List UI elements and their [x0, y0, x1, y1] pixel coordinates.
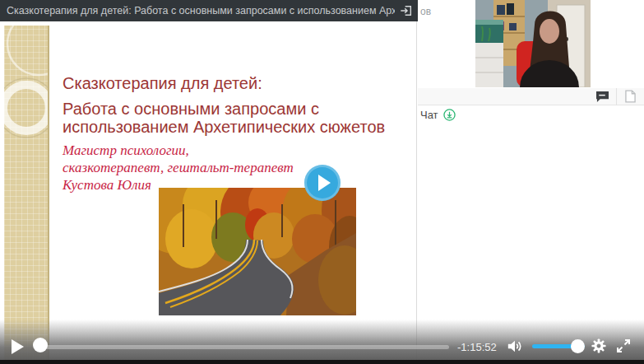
time-remaining: -1:15:52	[457, 341, 497, 353]
chat-tab-button[interactable]	[595, 91, 609, 103]
gear-icon	[591, 338, 606, 353]
chat-header: Чат	[420, 109, 456, 121]
slide-title-line: Работа с основными запросами с	[63, 100, 408, 118]
enter-arrow-icon	[400, 4, 413, 17]
presenter-webcam-video	[475, 0, 591, 87]
video-play-overlay-button[interactable]	[304, 165, 341, 201]
slide-decorative-band	[4, 26, 49, 364]
fullscreen-icon	[616, 338, 631, 353]
chat-bubble-icon	[595, 91, 609, 103]
video-player: Сказкотерапия для детей: Работа с основн…	[0, 0, 644, 364]
slide-subtitle: Магистр психологии, сказкотерапевт, гешт…	[63, 142, 408, 194]
seek-handle[interactable]	[33, 338, 48, 352]
player-bottom-strip	[0, 360, 644, 364]
presenter-scene	[475, 0, 591, 87]
open-link-button[interactable]	[400, 4, 413, 17]
slide-subtitle-line: Магистр психологии,	[63, 142, 408, 159]
player-controls: -1:15:52	[0, 320, 644, 364]
play-icon	[12, 339, 24, 354]
speaker-icon	[507, 339, 523, 353]
slide-title-line: использованием Архетипических сюжетов	[63, 118, 408, 136]
play-icon	[318, 175, 331, 191]
webinar-sidebar: Чат	[418, 0, 644, 364]
title-overflow-text: ов	[420, 6, 431, 17]
volume-button[interactable]	[507, 339, 523, 353]
chat-label: Чат	[420, 109, 438, 121]
slide-subtitle-line: сказкотерапевт, гештальт-терапевт	[63, 159, 408, 176]
settings-button[interactable]	[591, 338, 606, 353]
slide-area[interactable]: Сказкотерапия для детей: Работа с основн…	[0, 0, 417, 364]
volume-slider[interactable]	[532, 339, 590, 353]
autumn-road-photo	[159, 188, 356, 315]
slide-title-line: Сказкотерапия для детей:	[63, 74, 408, 92]
seek-track[interactable]	[40, 345, 449, 349]
video-title-text: Сказкотерапия для детей: Работа с основн…	[7, 5, 395, 16]
sidebar-toolbar	[418, 88, 644, 105]
seek-bar[interactable]	[33, 338, 451, 356]
files-tab-button[interactable]	[625, 90, 636, 103]
video-title-bar: Сказкотерапия для детей: Работа с основн…	[0, 0, 418, 21]
band-circle-ornaments	[4, 26, 49, 364]
toolbar-divider	[616, 88, 617, 105]
volume-handle[interactable]	[571, 339, 585, 353]
chat-download-icon[interactable]	[443, 109, 456, 121]
document-icon	[625, 90, 636, 103]
play-button[interactable]	[12, 339, 25, 354]
slide-title: Сказкотерапия для детей: Работа с основн…	[63, 74, 408, 136]
fullscreen-button[interactable]	[616, 338, 631, 353]
